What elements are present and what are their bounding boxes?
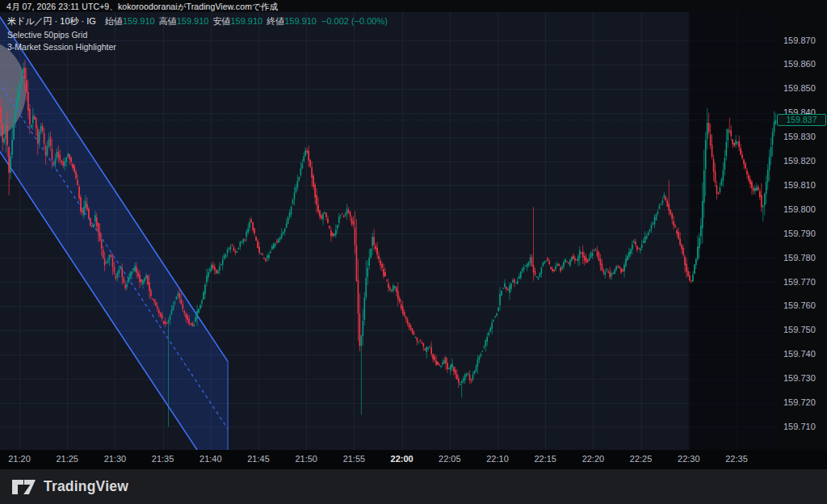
time-axis-label: 21:30 <box>104 454 127 464</box>
time-axis-label: 21:40 <box>199 454 222 464</box>
time-axis-label: 22:10 <box>486 454 509 464</box>
time-axis-label: 22:25 <box>630 454 653 464</box>
time-axis-label: 21:55 <box>343 454 366 464</box>
price-axis-label: 159.710 <box>783 422 816 431</box>
time-axis-label: 21:50 <box>295 454 317 464</box>
price-axis-label: 159.850 <box>783 83 816 93</box>
footer-bar: TradingView <box>0 469 827 504</box>
close-label: 終値 <box>267 16 284 26</box>
open-value: 159.910 <box>123 16 155 26</box>
price-axis-label: 159.740 <box>783 349 816 359</box>
time-axis-label: 21:35 <box>152 454 174 464</box>
symbol-title: 米ドル／円 · 10秒 · IG <box>7 16 96 26</box>
time-axis-label: 21:25 <box>56 454 78 464</box>
price-axis-label: 159.760 <box>783 300 816 310</box>
tradingview-logo-icon <box>12 479 36 495</box>
close-value: 159.910 <box>284 16 317 26</box>
low-label: 安値 <box>212 16 230 26</box>
high-label: 高値 <box>159 16 177 26</box>
price-axis-label: 159.780 <box>783 253 816 262</box>
price-axis-label: 159.750 <box>783 325 816 334</box>
time-axis-label: 22:20 <box>582 454 605 464</box>
open-label: 始値 <box>105 16 123 26</box>
low-value: 159.910 <box>230 16 262 26</box>
indicator-row-grid[interactable]: Selective 50pips Grid <box>7 30 388 40</box>
tradingview-logo-link[interactable]: TradingView <box>12 478 128 495</box>
time-axis-label: 21:20 <box>8 454 31 464</box>
export-attribution: 4月 07, 2026 23:11 UTC+9、kokoroodoranaiがT… <box>6 1 278 12</box>
price-axis-label: 159.800 <box>783 204 816 214</box>
session-highlight-band <box>689 12 777 450</box>
price-axis-label: 159.770 <box>783 277 816 287</box>
chart-legend: 米ドル／円 · 10秒 · IG始値159.910高値159.910安値159.… <box>7 15 388 52</box>
time-axis-label: 22:30 <box>678 454 700 464</box>
tradingview-logo-text: TradingView <box>44 478 128 495</box>
symbol-legend-row[interactable]: 米ドル／円 · 10秒 · IG始値159.910高値159.910安値159.… <box>7 15 388 27</box>
current-price-label: 159.837 <box>777 114 826 126</box>
price-axis-label: 159.860 <box>783 59 816 69</box>
price-axis-label: 159.810 <box>783 180 816 190</box>
price-axis-label: 159.820 <box>783 156 816 166</box>
price-axis-label: 159.730 <box>783 373 816 383</box>
price-axis-label: 159.790 <box>783 229 816 238</box>
time-axis-label: 22:05 <box>439 454 461 464</box>
high-value: 159.910 <box>177 16 209 26</box>
price-axis-label: 159.830 <box>783 132 816 141</box>
tradingview-snapshot: 159.870159.860159.850159.840159.830159.8… <box>0 0 827 504</box>
time-axis-label: 22:35 <box>725 454 748 464</box>
time-axis-label: 21:45 <box>247 454 270 464</box>
price-axis-label: 159.870 <box>783 36 816 45</box>
time-axis-label: 22:15 <box>534 454 556 464</box>
change-value: −0.002 (−0.00%) <box>321 16 388 26</box>
indicator-row-session[interactable]: 3-Market Session Highlighter <box>7 42 388 52</box>
time-axis-label: 22:00 <box>391 454 414 464</box>
price-axis-label: 159.720 <box>783 397 816 407</box>
candlestick-chart[interactable]: 159.870159.860159.850159.840159.830159.8… <box>0 0 827 504</box>
